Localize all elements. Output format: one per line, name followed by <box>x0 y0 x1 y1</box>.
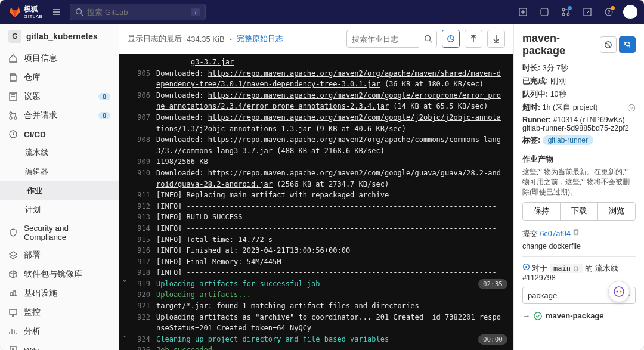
nav-issues-icon[interactable] <box>535 3 553 21</box>
sidebar-subitem[interactable]: 流水线 <box>0 143 119 162</box>
line-number: 918 <box>132 267 150 278</box>
project-sidebar: G gitlab_kubernetes 项目信息仓库议题0合并请求0CI/CD流… <box>0 24 119 350</box>
nav-merge-icon[interactable] <box>557 3 575 21</box>
log-line: 918[INFO] ------------------------------… <box>119 267 513 278</box>
help-fab[interactable] <box>608 281 630 302</box>
branch-pill[interactable]: main <box>550 264 583 273</box>
line-number: 908 <box>132 134 150 145</box>
sidebar-item-monitor[interactable]: 监控 <box>0 303 119 322</box>
browse-artifact-button[interactable]: 浏览 <box>597 203 635 220</box>
sidebar-item-infra[interactable]: 基础设施 <box>0 284 119 303</box>
chevron-down-icon[interactable]: ˅ <box>123 334 132 345</box>
log-link[interactable]: https://repo.maven.apache.org/maven2/com… <box>156 113 501 133</box>
sidebar-item-label: 基础设施 <box>24 288 57 299</box>
nav-new-icon[interactable] <box>514 3 532 21</box>
finished-label: 已完成: <box>522 77 548 85</box>
log-search-button[interactable] <box>419 30 436 48</box>
log-link[interactable]: https://repo.maven.apache.org/maven2/org… <box>156 69 501 89</box>
log-link[interactable]: https://repo.maven.apache.org/maven2/com… <box>156 169 501 188</box>
copy-icon[interactable] <box>573 265 580 272</box>
nav-help-icon[interactable]: ? <box>600 3 618 21</box>
search-icon <box>75 8 83 16</box>
line-number: 905 <box>132 68 150 79</box>
svg-point-20 <box>616 290 618 292</box>
pipeline-id[interactable]: #1129798 <box>522 274 556 282</box>
line-number: 924 <box>132 334 150 345</box>
queued-value: 10秒 <box>550 90 566 98</box>
sidebar-item-home[interactable]: 项目信息 <box>0 49 119 68</box>
scroll-top-button[interactable] <box>465 30 482 48</box>
svg-point-17 <box>525 266 527 268</box>
global-search[interactable]: / <box>70 4 205 20</box>
deploy-icon <box>8 250 18 260</box>
log-line: 910Downloaded: https://repo.maven.apache… <box>119 168 513 190</box>
nav-todo-icon[interactable] <box>578 3 596 21</box>
raw-log-link[interactable]: 完整原始日志 <box>237 33 283 44</box>
line-number: 917 <box>132 256 150 268</box>
line-number: 919 <box>132 278 150 290</box>
scroll-sync-button[interactable] <box>442 30 460 48</box>
sidebar-item-label: 项目信息 <box>24 53 57 64</box>
brand[interactable]: 极狐GITLAB <box>5 5 46 19</box>
shield-icon <box>8 228 18 237</box>
sidebar-subitem-label: 编辑器 <box>25 166 48 177</box>
sidebar-item-repo[interactable]: 仓库 <box>0 68 119 87</box>
sidebar-subitem[interactable]: 编辑器 <box>0 162 119 181</box>
svg-rect-2 <box>541 8 548 16</box>
svg-text:?: ? <box>630 105 633 110</box>
sidebar-item-label: Security and Compliance <box>24 224 110 241</box>
hamburger-icon[interactable] <box>49 5 64 19</box>
line-number: 911 <box>132 190 150 201</box>
log-link[interactable]: https://repo.maven.apache.org/maven2/com… <box>156 91 501 111</box>
sidebar-item-issues[interactable]: 议题0 <box>0 87 119 106</box>
sidebar-subitem[interactable]: 作业 <box>0 181 119 200</box>
log-line: ˅919Uploading artifacts for successful j… <box>119 278 513 290</box>
sidebar-item-package[interactable]: 软件包与镜像库 <box>0 265 119 284</box>
user-avatar[interactable] <box>621 3 639 21</box>
job-link[interactable]: → maven-package <box>522 311 636 320</box>
log-link[interactable]: g3-3.7.jar <box>191 58 234 66</box>
scroll-bottom-button[interactable] <box>487 30 505 48</box>
commit-sha[interactable]: 6c07af94 <box>540 230 570 238</box>
monitor-icon <box>8 308 18 317</box>
sidebar-subitem[interactable]: 计划 <box>0 200 119 219</box>
brand-text: 极狐GITLAB <box>24 5 42 19</box>
job-log[interactable]: g3-3.7.jar905Downloaded: https://repo.ma… <box>119 54 513 350</box>
retry-job-button[interactable] <box>619 36 636 53</box>
svg-rect-6 <box>584 8 591 16</box>
cancel-job-button[interactable] <box>600 36 617 53</box>
copy-icon[interactable] <box>572 229 580 236</box>
svg-point-9 <box>425 36 430 41</box>
sidebar-item-shield[interactable]: Security and Compliance <box>0 219 119 246</box>
log-text: [INFO] ---------------------------------… <box>156 267 510 278</box>
arrow-icon: → <box>522 311 530 320</box>
log-text: Downloaded: https://repo.maven.apache.or… <box>156 112 510 134</box>
sidebar-item-analytics[interactable]: 分析 <box>0 322 119 341</box>
keep-artifact-button[interactable]: 保持 <box>523 203 560 220</box>
sidebar-item-label: Wiki <box>24 346 39 351</box>
sidebar-item-cicd[interactable]: CI/CD <box>0 125 119 143</box>
commit-message: change dockerfile <box>522 242 636 250</box>
log-line: 913[INFO] BUILD SUCCESS <box>119 212 513 223</box>
wiki-icon <box>8 345 18 350</box>
log-search-input[interactable] <box>347 35 419 44</box>
sidebar-project-header[interactable]: G gitlab_kubernetes <box>0 24 119 49</box>
download-artifact-button[interactable]: 下载 <box>560 203 597 220</box>
sidebar-item-deploy[interactable]: 部署 <box>0 246 119 265</box>
chevron-down-icon[interactable]: ˅ <box>123 278 132 290</box>
home-icon <box>8 54 18 63</box>
line-number: 912 <box>132 201 150 212</box>
log-link[interactable]: https://repo.maven.apache.org/maven2/org… <box>156 135 501 155</box>
search-input[interactable] <box>87 8 187 17</box>
svg-point-5 <box>567 13 569 16</box>
line-number: 913 <box>132 212 150 223</box>
help-icon[interactable]: ? <box>627 104 636 112</box>
svg-rect-18 <box>574 267 578 271</box>
sidebar-item-merge[interactable]: 合并请求0 <box>0 106 119 125</box>
sidebar-badge: 0 <box>98 93 110 100</box>
sidebar-item-wiki[interactable]: Wiki <box>0 341 119 350</box>
section-duration: 00:00 <box>478 334 507 345</box>
artifacts-heading: 作业产物 <box>522 154 636 165</box>
line-number: 914 <box>132 223 150 234</box>
line-number: 926 <box>132 345 150 350</box>
